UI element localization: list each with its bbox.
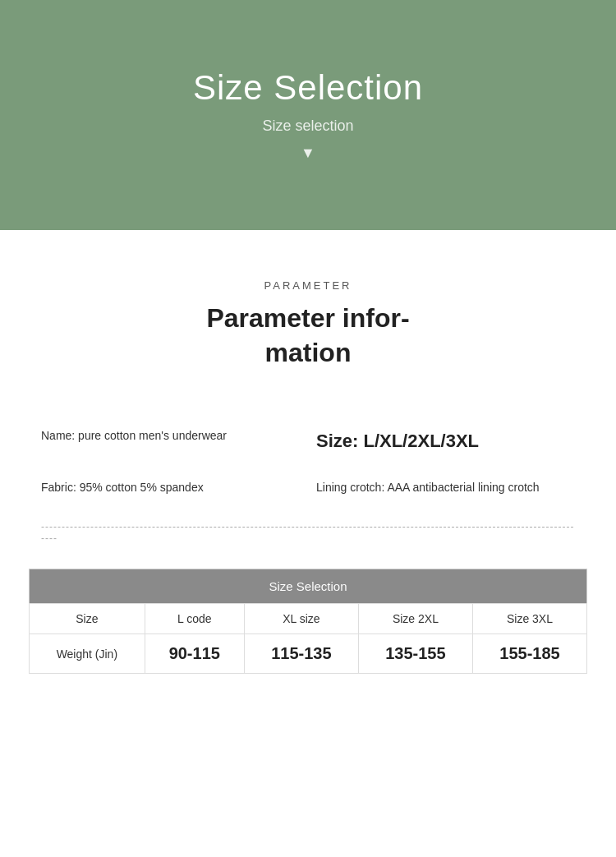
col-header-row: Size L code XL size Size 2XL Size 3XL xyxy=(30,604,587,634)
data-row: Weight (Jin) 90-115 115-135 135-155 155-… xyxy=(30,634,587,674)
hero-subtitle: Size selection xyxy=(262,117,353,135)
parameter-section: PARAMETER Parameter infor-mation xyxy=(0,230,616,394)
divider: ----------------------------------------… xyxy=(0,513,616,552)
info-fabric: Fabric: 95% cotton 5% spandex xyxy=(41,479,300,496)
info-size: Size: L/XL/2XL/3XL xyxy=(316,427,575,454)
parameter-label: PARAMETER xyxy=(16,279,600,292)
col-header-2xl: Size 2XL xyxy=(358,604,472,634)
row-label: Weight (Jin) xyxy=(30,634,145,674)
col-header-3xl: Size 3XL xyxy=(472,604,586,634)
row-val-0: 90-115 xyxy=(145,634,244,674)
row-val-2: 135-155 xyxy=(358,634,472,674)
table-header-cell: Size Selection xyxy=(30,569,587,604)
col-header-lcode: L code xyxy=(145,604,244,634)
col-header-size: Size xyxy=(30,604,145,634)
info-name: Name: pure cotton men's underwear xyxy=(41,427,300,454)
row-val-1: 115-135 xyxy=(244,634,358,674)
size-table: Size Selection Size L code XL size Size … xyxy=(29,569,587,674)
hero-arrow: ▼ xyxy=(301,145,315,162)
parameter-title: Parameter infor-mation xyxy=(16,302,600,370)
info-lining: Lining crotch: AAA antibacterial lining … xyxy=(316,479,575,496)
col-header-xlsize: XL size xyxy=(244,604,358,634)
hero-section: Size Selection Size selection ▼ xyxy=(0,0,616,230)
info-section: Name: pure cotton men's underwear Size: … xyxy=(0,394,616,513)
table-section: Size Selection Size L code XL size Size … xyxy=(0,552,616,707)
hero-title: Size Selection xyxy=(193,68,423,108)
row-val-3: 155-185 xyxy=(472,634,586,674)
table-header-row: Size Selection xyxy=(30,569,587,604)
